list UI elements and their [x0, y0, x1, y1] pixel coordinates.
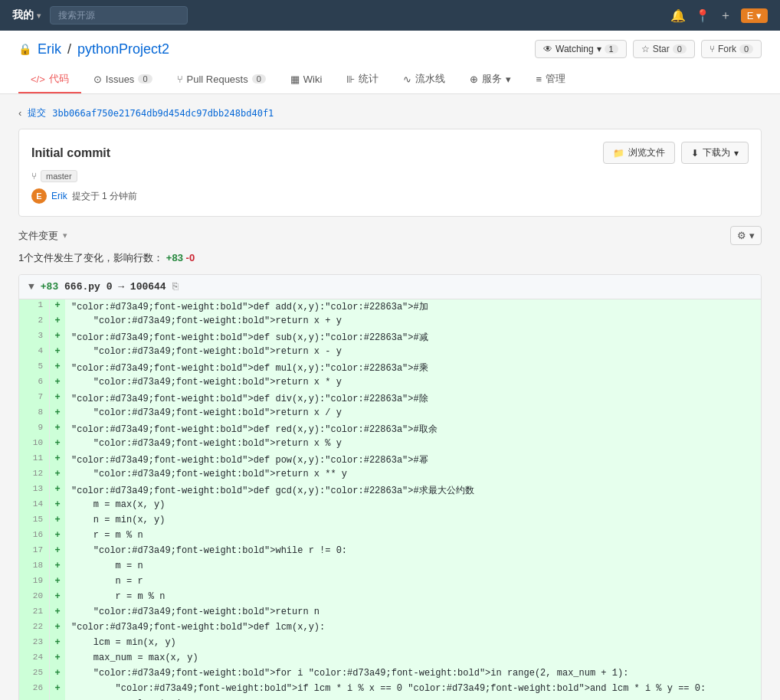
- repo-title-row: 🔒 Erik / pythonProject2 👁 Watching ▾ 1 ☆…: [18, 40, 762, 66]
- repo-owner-link[interactable]: Erik: [38, 41, 61, 57]
- tab-pipeline[interactable]: ∿ 流水线: [391, 66, 457, 93]
- table-row: 8+ "color:#d73a49;font-weight:bold">retu…: [19, 407, 761, 422]
- line-code: "color:#d73a49;font-weight:bold">def mul…: [65, 361, 761, 376]
- line-number: 8: [19, 407, 50, 422]
- line-number: 11: [19, 453, 50, 468]
- tab-wiki[interactable]: ▦ Wiki: [278, 66, 335, 93]
- line-sign: +: [50, 483, 65, 499]
- tab-issues[interactable]: ⊙ Issues 0: [81, 66, 165, 93]
- line-code: "color:#d73a49;font-weight:bold">def red…: [65, 422, 761, 437]
- commit-hash-link[interactable]: 3bb066af750e21764db9d454dc97dbb248bd40f1: [52, 108, 274, 119]
- table-row: 14+ m = max(x, y): [19, 499, 761, 514]
- line-number: 18: [19, 560, 50, 575]
- browse-files-button[interactable]: 📁 浏览文件: [603, 142, 675, 164]
- stats-added: +83: [166, 252, 183, 263]
- gear-button[interactable]: ⚙ ▾: [730, 226, 762, 245]
- navbar: 我的 ▾ 🔔 📍 ＋ E ▾: [0, 0, 780, 31]
- download-button[interactable]: ⬇ 下载为 ▾: [681, 142, 749, 164]
- services-icon: ⊕: [470, 74, 478, 85]
- fork-button[interactable]: ⑂ Fork 0: [701, 40, 762, 58]
- line-code: "color:#d73a49;font-weight:bold">return …: [65, 376, 761, 391]
- star-button[interactable]: ☆ Star 0: [633, 40, 695, 58]
- line-code: "color:#d73a49;font-weight:bold">if lcm …: [65, 682, 761, 698]
- line-code: "color:#d73a49;font-weight:bold">return …: [65, 345, 761, 361]
- navbar-brand[interactable]: 我的 ▾: [12, 8, 41, 22]
- repo-name-link[interactable]: pythonProject2: [77, 41, 169, 57]
- line-code: m = n: [65, 560, 761, 575]
- line-code: "color:#d73a49;font-weight:bold">def lcm…: [65, 621, 761, 636]
- line-code: "color:#d73a49;font-weight:bold">def gcd…: [65, 483, 761, 499]
- code-icon: </>: [31, 74, 45, 85]
- tab-services[interactable]: ⊕ 服务 ▾: [457, 66, 523, 93]
- repo-header: 🔒 Erik / pythonProject2 👁 Watching ▾ 1 ☆…: [0, 31, 780, 94]
- table-row: 4+ "color:#d73a49;font-weight:bold">retu…: [19, 345, 761, 361]
- tab-stats[interactable]: ⊪ 统计: [334, 66, 391, 93]
- tab-code[interactable]: </> 代码: [18, 66, 81, 93]
- line-number: 15: [19, 514, 50, 529]
- folder-icon: 📁: [613, 148, 624, 159]
- star-icon: ☆: [641, 44, 650, 54]
- fork-icon: ⑂: [710, 44, 715, 54]
- line-code: "color:#d73a49;font-weight:bold">for i "…: [65, 667, 761, 682]
- branch-tag: master: [41, 170, 77, 182]
- line-sign: +: [50, 422, 65, 437]
- line-sign: +: [50, 468, 65, 483]
- file-changes-dropdown-arrow[interactable]: ▾: [63, 231, 67, 240]
- location-icon[interactable]: 📍: [695, 8, 710, 23]
- bell-icon[interactable]: 🔔: [670, 8, 686, 23]
- line-code: n = min(x, y): [65, 514, 761, 529]
- user-avatar[interactable]: E ▾: [741, 8, 768, 23]
- tab-manage[interactable]: ≡ 管理: [523, 66, 578, 93]
- manage-icon: ≡: [536, 74, 542, 85]
- navbar-icons: 🔔 📍 ＋ E ▾: [670, 8, 768, 24]
- file-changes-header: 文件变更 ▾ ⚙ ▾: [18, 226, 762, 245]
- line-number: 26: [19, 682, 50, 698]
- line-sign: +: [50, 560, 65, 575]
- table-row: 5+"color:#d73a49;font-weight:bold">def m…: [19, 361, 761, 376]
- line-code: "color:#d73a49;font-weight:bold">def pow…: [65, 453, 761, 468]
- brand-dropdown-arrow[interactable]: ▾: [37, 11, 41, 20]
- stats-icon: ⊪: [346, 74, 355, 85]
- table-row: 18+ m = n: [19, 560, 761, 575]
- line-code: "color:#d73a49;font-weight:bold">return …: [65, 437, 761, 453]
- line-number: 12: [19, 468, 50, 483]
- gear-dropdown-arrow: ▾: [749, 230, 755, 241]
- eye-icon: 👁: [543, 44, 552, 54]
- line-sign: +: [50, 575, 65, 590]
- author-name: Erik: [51, 191, 67, 201]
- table-row: 1+"color:#d73a49;font-weight:bold">def a…: [19, 299, 761, 315]
- watching-button[interactable]: 👁 Watching ▾ 1: [535, 40, 627, 58]
- issues-icon: ⊙: [93, 74, 102, 85]
- plus-icon[interactable]: ＋: [719, 8, 732, 24]
- tab-pull-requests[interactable]: ⑂ Pull Requests 0: [165, 66, 278, 93]
- diff-container: ▼ +83 666.py 0 → 100644 ⎘ 1+"color:#d73a…: [18, 274, 762, 700]
- line-code: m = max(x, y): [65, 499, 761, 514]
- line-number: 4: [19, 345, 50, 361]
- main-content: ‹ 提交 3bb066af750e21764db9d454dc97dbb248b…: [0, 94, 780, 700]
- file-changes-left: 文件变更 ▾: [18, 229, 67, 243]
- gear-icon: ⚙: [737, 230, 746, 241]
- line-code: "color:#d73a49;font-weight:bold">return …: [65, 468, 761, 483]
- table-row: 2+ "color:#d73a49;font-weight:bold">retu…: [19, 315, 761, 330]
- diff-toggle-arrow[interactable]: ▼: [28, 281, 34, 293]
- line-number: 13: [19, 483, 50, 499]
- line-code: r = m % n: [65, 529, 761, 545]
- table-row: 21+ "color:#d73a49;font-weight:bold">ret…: [19, 606, 761, 621]
- search-input[interactable]: [50, 6, 188, 25]
- diff-file-info: +83 666.py 0 → 100644: [41, 281, 166, 293]
- brand-label: 我的: [12, 8, 34, 22]
- table-row: 15+ n = min(x, y): [19, 514, 761, 529]
- line-number: 17: [19, 545, 50, 560]
- line-number: 2: [19, 315, 50, 330]
- line-code: "color:#d73a49;font-weight:bold">return …: [65, 315, 761, 330]
- branch-info: ⑂ master: [31, 170, 749, 182]
- table-row: 12+ "color:#d73a49;font-weight:bold">ret…: [19, 468, 761, 483]
- chevron-left-icon: ‹: [18, 107, 21, 119]
- table-row: 16+ r = m % n: [19, 529, 761, 545]
- table-row: 10+ "color:#d73a49;font-weight:bold">ret…: [19, 437, 761, 453]
- repo-actions: 👁 Watching ▾ 1 ☆ Star 0 ⑂ Fork 0: [535, 40, 762, 58]
- repo-title: 🔒 Erik / pythonProject2: [18, 41, 169, 57]
- copy-icon[interactable]: ⎘: [172, 281, 179, 293]
- branch-icon: ⑂: [31, 171, 37, 182]
- breadcrumb-back-link[interactable]: 提交: [28, 106, 46, 119]
